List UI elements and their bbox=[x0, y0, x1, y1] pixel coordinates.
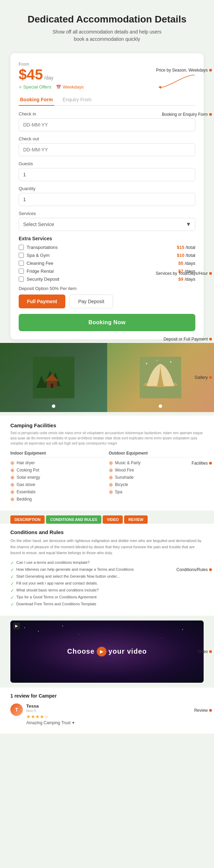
facility-spa: ⊕ Spa bbox=[109, 489, 204, 495]
facility-solar-energy: ⊕ Solar energy bbox=[10, 475, 105, 480]
guests-input[interactable] bbox=[19, 168, 195, 181]
service-price-transportation: $15 /total bbox=[177, 245, 196, 250]
outdoor-equipment-column: Outdoor Equipment ⊕ Music & Party ⊕ Wood… bbox=[109, 451, 204, 504]
checkout-label: Check out bbox=[19, 136, 195, 141]
annotation-facilities: Facilities bbox=[192, 461, 212, 466]
tab-description[interactable]: DESCRIPTION bbox=[10, 515, 45, 524]
indoor-title: Indoor Equipment bbox=[10, 451, 105, 457]
facility-cooking-pot: ⊕ Cooking Pot bbox=[10, 467, 105, 473]
weekdays-badge: 📅 Weekdays bbox=[56, 84, 83, 90]
service-name-deposit: Security Deposit bbox=[27, 277, 59, 282]
video-section-wrapper: Choose ▶ your video ▶ Video bbox=[0, 616, 214, 688]
services-label: Services bbox=[19, 211, 195, 216]
video-label: Choose ▶ your video bbox=[67, 647, 147, 656]
facility-essentials: ⊕ Essentials bbox=[10, 489, 105, 495]
facility-wood-fire: ⊕ Wood Fire bbox=[109, 467, 204, 473]
facility-hair-dryer: ⊕ Hair dryer bbox=[10, 460, 105, 466]
offers-row: ⟡ Special Offers 📅 Weekdays bbox=[19, 84, 195, 90]
annotation-price-season: Price by Season, Weekdays bbox=[156, 68, 212, 73]
facility-gas-stove: ⊕ Gas stove bbox=[10, 482, 105, 487]
service-select-wrapper: Select Service ▼ bbox=[19, 218, 195, 231]
service-name-fridge: Fridge Rental bbox=[27, 269, 54, 274]
booking-now-button[interactable]: Booking Now bbox=[19, 314, 195, 331]
service-price-spa: $10 /total bbox=[177, 253, 196, 258]
page-title: Dedicated Accommodation Details bbox=[7, 14, 207, 25]
price-amount: $45 bbox=[19, 67, 43, 82]
review-title: 1 review for Camper bbox=[10, 693, 204, 699]
svg-point-11 bbox=[170, 361, 171, 363]
gallery-section: Gallery bbox=[0, 343, 214, 412]
video-small-icon: ▶ bbox=[13, 623, 20, 629]
gallery-image-left bbox=[0, 343, 107, 412]
tab-enquiry-form[interactable]: Enquiry From bbox=[61, 94, 93, 105]
condition-item-5: ✓What should basic terms and conditions … bbox=[10, 588, 204, 593]
service-item-deposit: Security Deposit $9 /days bbox=[19, 277, 195, 282]
services-group: Services Select Service ▼ bbox=[19, 211, 195, 231]
facilities-description: Sed ut perspiciatis unde omnis iste natu… bbox=[10, 430, 204, 446]
outdoor-title: Outdoor Equipment bbox=[109, 451, 204, 457]
service-price-deposit: $9 /days bbox=[178, 277, 195, 282]
page-header: Dedicated Accommodation Details Show off… bbox=[0, 0, 214, 50]
forest-scene-icon bbox=[33, 357, 74, 398]
service-item-cleaning: Cleaning Fee $5 /days bbox=[19, 261, 195, 266]
checkout-input[interactable] bbox=[19, 143, 195, 156]
condition-item-4: ✓Fill out your web / app name and contac… bbox=[10, 581, 204, 586]
weekdays-label: Weekdays bbox=[63, 84, 83, 90]
facilities-columns: Indoor Equipment ⊕ Hair dryer ⊕ Cooking … bbox=[10, 451, 204, 504]
tab-review[interactable]: REVIEW bbox=[124, 515, 147, 524]
service-name-transportation: Transportations bbox=[27, 245, 58, 250]
tab-video[interactable]: VIDEO bbox=[103, 515, 123, 524]
condition-item-6: ✓Tips for a Good Terms or Conditions Agr… bbox=[10, 595, 204, 600]
facility-sunshade: ⊕ Sunshade bbox=[109, 475, 204, 480]
special-offers-badge: ⟡ Special Offers bbox=[19, 84, 51, 90]
service-name-cleaning: Cleaning Fee bbox=[27, 261, 53, 266]
service-select[interactable]: Select Service bbox=[19, 218, 195, 231]
conditions-section: Conditions and Rules On the other hand, … bbox=[0, 524, 214, 616]
review-stars: ★★★★☆ bbox=[26, 714, 75, 719]
full-payment-button[interactable]: Full Payment bbox=[19, 295, 65, 308]
svg-point-12 bbox=[157, 360, 158, 361]
guests-group: Guests bbox=[19, 161, 195, 181]
checkin-input[interactable] bbox=[19, 118, 195, 131]
tab-conditions-rules[interactable]: CONDITIONS AND RULES bbox=[46, 515, 101, 524]
condition-item-3: ✓Start Generating and select the Generat… bbox=[10, 574, 204, 579]
quantity-group: Quantity bbox=[19, 186, 195, 206]
service-item-spa: Spa & Gym $10 /total bbox=[19, 253, 195, 258]
quantity-label: Quantity bbox=[19, 186, 195, 191]
guests-label: Guests bbox=[19, 161, 195, 166]
pay-deposit-button[interactable]: Pay Deposit bbox=[69, 295, 113, 308]
annotation-gallery: Gallery bbox=[195, 375, 212, 380]
service-item-transportation: Transportations $15 /total bbox=[19, 245, 195, 250]
page-subtitle: Show off all accommodation details and h… bbox=[7, 28, 207, 43]
play-icon[interactable]: ▶ bbox=[97, 647, 106, 656]
facility-bedding: ⊕ Bedding bbox=[10, 496, 105, 502]
annotation-deposit: Deposit or Full Payment bbox=[164, 337, 212, 342]
facilities-title: Camping Facilities bbox=[10, 422, 204, 428]
special-offers-label: Special Offers bbox=[23, 84, 51, 90]
price-unit: /day bbox=[44, 75, 53, 81]
service-checkbox-spa[interactable] bbox=[19, 253, 24, 258]
service-checkbox-transportation[interactable] bbox=[19, 245, 24, 250]
annotation-review: Review bbox=[194, 708, 212, 713]
facility-music-party: ⊕ Music & Party bbox=[109, 460, 204, 466]
booking-card: From $45 /day ⟡ Special Offers 📅 Weekday… bbox=[10, 53, 204, 339]
condition-item-7: ✓Download Free Terms and Conditions Temp… bbox=[10, 602, 204, 607]
annotation-video: Video bbox=[197, 649, 212, 654]
annotation-booking-form: Booking or Enquiry Form bbox=[162, 112, 212, 117]
annotation-services: Services by Total/Days/Hour bbox=[156, 271, 212, 276]
quantity-input[interactable] bbox=[19, 193, 195, 206]
form-tabs: Booking Form Enquiry From bbox=[19, 94, 195, 106]
facility-bicycle: ⊕ Bicycle bbox=[109, 482, 204, 487]
review-text: Amazing Camping Trust ✦ bbox=[26, 720, 75, 725]
review-date: Nov 5 bbox=[26, 709, 75, 713]
annotation-conditions: Conditions/Rules bbox=[176, 567, 212, 572]
service-checkbox-cleaning[interactable] bbox=[19, 261, 24, 266]
deposit-label: Deposit Option 50% Per item bbox=[19, 286, 195, 291]
conditions-intro: On the other hand, we denounce with righ… bbox=[10, 538, 204, 556]
service-name-spa: Spa & Gym bbox=[27, 253, 49, 258]
service-checkbox-deposit[interactable] bbox=[19, 277, 24, 282]
service-checkbox-fridge[interactable] bbox=[19, 269, 24, 274]
facilities-section: Camping Facilities Sed ut perspiciatis u… bbox=[0, 416, 214, 511]
video-container[interactable]: Choose ▶ your video bbox=[10, 620, 204, 683]
tab-booking-form[interactable]: Booking Form bbox=[19, 94, 54, 106]
